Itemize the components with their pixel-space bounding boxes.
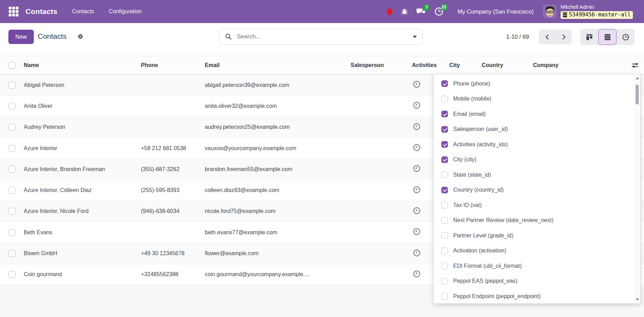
menu-configuration[interactable]: Configuration	[109, 8, 142, 15]
activity-clock-icon[interactable]	[413, 123, 421, 131]
checkbox[interactable]	[441, 248, 448, 254]
scroll-down-arrow-icon[interactable]	[636, 298, 639, 301]
optional-columns-dropdown: Phone (phone) Mobile (mobile) Email (ema…	[433, 74, 641, 304]
column-option-activities[interactable]: Activities (activity_ids)	[434, 137, 635, 152]
search-box	[219, 29, 423, 45]
activities-count-badge: 22	[441, 4, 447, 10]
control-panel: New Contacts 1-10 / 69	[0, 23, 644, 56]
column-header-phone[interactable]: Phone	[137, 62, 201, 68]
row-checkbox[interactable]	[8, 166, 15, 173]
user-name[interactable]: Mitchell Admin	[561, 4, 633, 9]
checkbox[interactable]	[441, 80, 448, 87]
checkbox[interactable]	[441, 171, 448, 178]
menu-contacts[interactable]: Contacts	[72, 8, 94, 15]
column-option-email[interactable]: Email (email)	[434, 106, 635, 122]
pager-next-button[interactable]	[555, 30, 572, 44]
column-header-activities[interactable]: Activities	[408, 62, 445, 68]
database-name: 53499456-master-all	[569, 12, 631, 18]
column-option-mobile[interactable]: Mobile (mobile)	[434, 91, 635, 107]
column-header-name[interactable]: Name	[20, 62, 137, 68]
column-option-salesperson[interactable]: Salesperson (user_id)	[434, 122, 635, 137]
column-option-phone[interactable]: Phone (phone)	[434, 76, 635, 91]
column-option-peppol-eas[interactable]: Peppol EAS (peppol_eas)	[434, 274, 635, 289]
column-header-city[interactable]: City	[445, 62, 478, 68]
recording-indicator-dot	[387, 8, 392, 15]
column-option-partner-level[interactable]: Partner Level (grade_id)	[434, 228, 635, 243]
checkbox[interactable]	[441, 111, 448, 117]
checkbox[interactable]	[441, 217, 448, 224]
column-header-email[interactable]: Email	[201, 62, 346, 68]
column-header-company[interactable]: Company	[529, 62, 644, 68]
row-checkbox[interactable]	[8, 229, 15, 236]
list-view-button[interactable]	[598, 29, 616, 45]
contact-email: colleen.diaz83@example.com	[201, 187, 346, 193]
optional-columns-toggle-icon[interactable]	[631, 61, 639, 69]
column-option-edi-format[interactable]: EDI Format (ubl_cii_format)	[434, 258, 635, 274]
checkbox[interactable]	[441, 156, 448, 163]
row-checkbox[interactable]	[8, 250, 15, 257]
row-checkbox[interactable]	[8, 82, 15, 89]
checkbox[interactable]	[441, 126, 448, 133]
debug-bug-icon[interactable]	[401, 8, 408, 15]
contact-email: abigail.peterson39@example.com	[201, 82, 346, 88]
apps-grid-icon[interactable]	[9, 7, 18, 16]
activity-clock-icon[interactable]	[413, 164, 421, 172]
app-brand-title[interactable]: Contacts	[25, 7, 57, 16]
scroll-up-arrow-icon[interactable]	[636, 77, 639, 79]
new-button[interactable]: New	[8, 30, 34, 44]
activity-clock-icon[interactable]	[413, 143, 421, 152]
contact-phone: (355)-687-3262	[137, 166, 201, 172]
column-option-state[interactable]: State (state_id)	[434, 167, 635, 183]
page-title: Contacts	[38, 32, 67, 40]
company-switcher[interactable]: My Company (San Francisco)	[457, 8, 533, 15]
row-checkbox[interactable]	[8, 271, 15, 278]
search-input[interactable]	[236, 33, 413, 40]
activities-clock-icon[interactable]: 22	[434, 7, 443, 16]
checkbox[interactable]	[441, 278, 448, 285]
row-checkbox[interactable]	[8, 124, 15, 131]
checkbox[interactable]	[441, 187, 448, 193]
dropdown-scrollbar[interactable]	[635, 75, 639, 303]
contact-email: audrey.peterson25@example.com	[201, 124, 346, 130]
column-option-tax-id[interactable]: Tax ID (vat)	[434, 198, 635, 213]
activity-clock-icon[interactable]	[413, 207, 421, 215]
row-checkbox[interactable]	[8, 103, 15, 110]
checkbox[interactable]	[441, 96, 448, 102]
contact-email: vauxoo@yourcompany.example.com	[201, 145, 346, 152]
scrollbar-thumb[interactable]	[636, 85, 639, 104]
activity-clock-icon[interactable]	[413, 80, 421, 88]
pager-previous-button[interactable]	[539, 30, 555, 44]
activity-clock-icon[interactable]	[413, 249, 421, 257]
activity-clock-icon[interactable]	[413, 186, 421, 194]
contact-email: coin.gourmand@yourcompany.example....	[201, 271, 346, 278]
checkbox[interactable]	[441, 263, 448, 269]
activity-clock-icon[interactable]	[413, 101, 421, 109]
column-option-peppol-endpoint[interactable]: Peppol Endpoint (peppol_endpoint)	[434, 289, 635, 304]
row-checkbox[interactable]	[8, 187, 15, 194]
column-option-country[interactable]: Country (country_id)	[434, 183, 635, 198]
checkbox[interactable]	[441, 202, 448, 208]
search-dropdown-caret-icon[interactable]	[413, 36, 417, 38]
gear-icon[interactable]	[77, 34, 83, 39]
column-option-activation[interactable]: Activation (activation)	[434, 243, 635, 259]
messages-count-badge: 7	[423, 4, 430, 11]
select-all-checkbox[interactable]	[8, 62, 15, 69]
column-header-country[interactable]: Country	[478, 62, 529, 68]
user-avatar[interactable]	[543, 5, 557, 19]
row-checkbox[interactable]	[8, 145, 15, 152]
messages-icon[interactable]: 7	[417, 7, 426, 16]
column-option-city[interactable]: City (city)	[434, 152, 635, 168]
contact-phone: +58 212 681 0538	[137, 145, 201, 152]
checkbox[interactable]	[441, 232, 448, 239]
column-option-next-partner-review[interactable]: Next Partner Review (date_review_next)	[434, 213, 635, 228]
contact-phone: (946)-638-6034	[137, 208, 201, 214]
activity-clock-icon[interactable]	[413, 270, 421, 278]
contact-email: anita.oliver32@example.com	[201, 103, 346, 109]
column-header-salesperson[interactable]: Salesperson	[346, 62, 408, 68]
checkbox[interactable]	[441, 293, 448, 300]
activity-clock-icon[interactable]	[413, 228, 421, 236]
kanban-view-button[interactable]	[580, 29, 598, 45]
activity-view-button[interactable]	[616, 29, 635, 45]
checkbox[interactable]	[441, 141, 448, 148]
row-checkbox[interactable]	[8, 208, 15, 215]
